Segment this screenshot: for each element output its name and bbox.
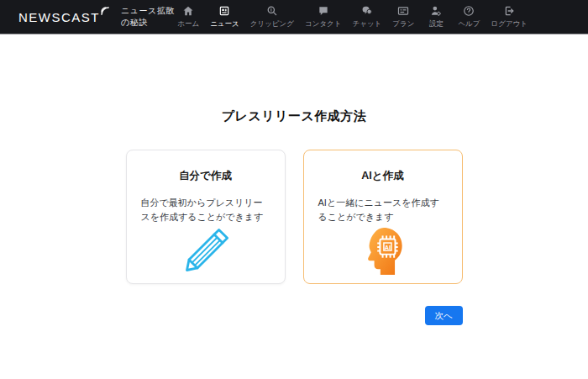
message-icon [318,5,329,17]
nav-item-home[interactable]: ホーム [176,5,201,29]
news-icon [218,5,230,17]
user-gear-icon [430,5,442,17]
chat-icon [361,5,373,17]
help-icon [463,5,475,17]
nav-item-news[interactable]: ニュース [208,5,241,29]
page-title: プレスリリース作成方法 [0,108,588,124]
nav-item-clipping[interactable]: クリッピング [249,5,296,29]
actions-row: 次へ [126,306,463,325]
logo-text: NEWSCAST [18,10,100,24]
nav-item-chat[interactable]: チャット [350,5,383,29]
ai-head-icon: AI [359,224,407,278]
svg-text:AI: AI [384,244,390,251]
card-description: 自分で最初からプレスリリースを作成することができます [127,196,285,224]
nav-label: チャット [352,19,381,29]
home-icon [182,5,194,17]
main-content: プレスリリース作成方法 自分で作成 自分で最初からプレスリリースを作成することが… [0,34,588,325]
card-create-yourself[interactable]: 自分で作成 自分で最初からプレスリリースを作成することができます [126,150,286,284]
nav-label: クリッピング [250,19,294,29]
nav-item-settings[interactable]: 設定 [423,5,449,29]
nav-label: プラン [392,19,414,29]
nav-label: ニュース [210,19,239,29]
nav-label: 設定 [429,19,444,29]
creation-method-cards: 自分で作成 自分で最初からプレスリリースを作成することができます AIと作成 A… [126,150,463,284]
card-description: AIと一緒にニュースを作成することができます [304,196,462,224]
pencil-icon [181,226,231,276]
card-title: AIと作成 [361,169,403,183]
card-create-with-ai[interactable]: AIと作成 AIと一緒にニュースを作成することができます [303,150,463,284]
brand-tagline: ニュース拡散の秘訣 [121,5,176,29]
search-icon [266,5,278,17]
logout-icon [503,5,515,17]
broadcast-signal-icon [101,7,109,15]
nav-label: ログアウト [491,19,528,29]
card-title: 自分で作成 [179,169,232,183]
newscast-logo[interactable]: NEWSCAST [18,10,109,24]
nav-item-contact[interactable]: コンタクト [303,5,344,29]
next-button[interactable]: 次へ [425,306,463,325]
brand: NEWSCAST ニュース拡散の秘訣 [18,5,176,29]
plan-card-icon [397,5,409,17]
nav-item-help[interactable]: ヘルプ [456,5,481,29]
nav-item-plan[interactable]: プラン [391,5,416,29]
main-navigation: ホーム ニュース クリッピン [176,5,529,29]
nav-label: ホーム [177,19,199,29]
nav-item-logout[interactable]: ログアウト [490,5,530,29]
nav-label: コンタクト [305,19,342,29]
nav-label: ヘルプ [458,19,480,29]
top-navbar: NEWSCAST ニュース拡散の秘訣 ホーム [0,0,588,34]
